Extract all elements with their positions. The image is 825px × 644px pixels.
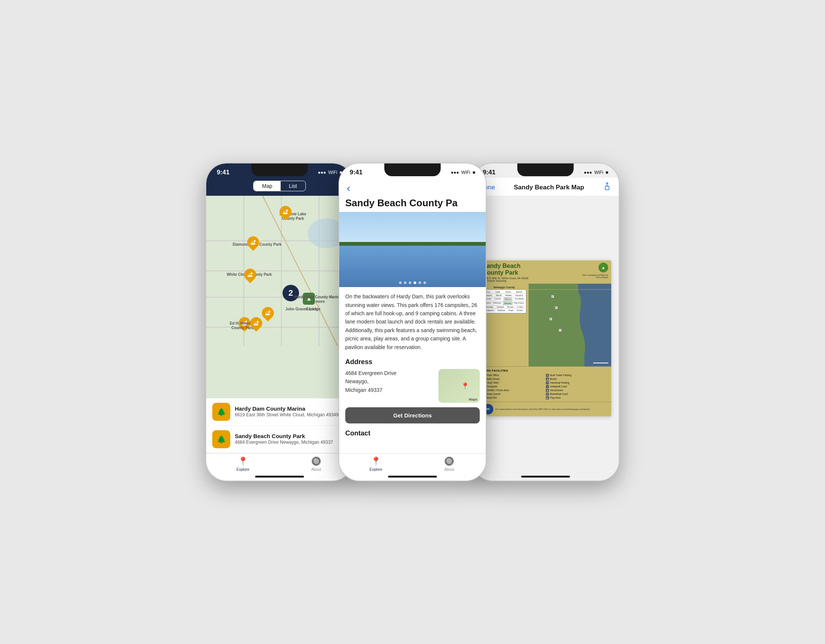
notch-3: [517, 164, 574, 176]
map-toggle-btn[interactable]: Map: [253, 181, 280, 191]
phone3-content: 9:41 ●●● WiFi ■ Done Sandy Beach Park Ma…: [472, 164, 619, 480]
tab-explore-2[interactable]: 📍 Explore: [339, 457, 412, 471]
tab-explore-1[interactable]: 📍 Explore: [206, 457, 280, 471]
directions-button[interactable]: Get Directions: [345, 407, 480, 423]
tab-about-2[interactable]: 🔘 About: [412, 457, 486, 471]
list-title-hardy: Hardy Dam County Marina: [235, 405, 347, 412]
pin-pettibone[interactable]: 🏕: [280, 206, 292, 218]
detail-description: On the backwaters of Hardy Dam, this par…: [345, 292, 480, 351]
wifi-icon-2: WiFi: [461, 170, 470, 175]
list-item-hardy[interactable]: 🌲 Hardy Dam County Marina 6619 East 36th…: [206, 398, 353, 426]
map-area[interactable]: Pettibone LakeCounty Park 🏕 Diamond Lake…: [206, 196, 353, 398]
facility-label-boat-launch: Boat Launch: [487, 393, 501, 395]
grid-row-6: BridgetonAshlandGrantEnsley: [484, 309, 525, 312]
facility-label-volleyball: Volleyball Court: [550, 385, 567, 388]
list-text-sandy: Sandy Beach County Park 4684 Evergreen D…: [235, 433, 347, 446]
list-toggle-btn[interactable]: List: [281, 181, 306, 191]
share-button[interactable]: [603, 182, 611, 193]
photo-sky: [339, 212, 486, 242]
list-subtitle-hardy: 6619 East 36th Street White Cloud, Michi…: [235, 412, 347, 418]
shore-svg: [528, 284, 611, 366]
map-label-hardy: Hardy Dam County Marina+1 more: [294, 295, 341, 304]
mini-map-label: Maps: [469, 397, 477, 401]
scale-bar: [593, 363, 608, 363]
phone1-content: 9:41 ●●● WiFi ■ Map List: [206, 164, 353, 480]
facility-icon-boat-trailer: B: [546, 374, 549, 377]
aerial-marker-1: P: [551, 295, 554, 298]
facility-label-bath-house: Bath House: [487, 378, 500, 380]
home-indicator-1: [255, 476, 304, 477]
list-item-sandy[interactable]: 🌲 Sandy Beach County Park 4684 Evergreen…: [206, 426, 353, 453]
facility-icon-handicap: H: [546, 381, 549, 385]
facility-boat-launch: B Boat Launch: [483, 393, 545, 395]
contact-section-title: Contact: [345, 429, 480, 437]
map-list-toggle[interactable]: Map List: [253, 181, 306, 191]
photo-area: [339, 212, 486, 287]
home-indicator-2: [388, 476, 437, 477]
facility-basketball: B Basketball Court: [546, 393, 608, 395]
address-line1: 4684 Evergreen Drive: [345, 369, 434, 377]
facility-bath-house: ■ Bath House: [483, 378, 545, 381]
list-text-hardy: Hardy Dam County Marina 6619 East 36th S…: [235, 405, 347, 418]
pin-lower1[interactable]: 🏕: [262, 307, 274, 319]
pin-lower2[interactable]: 🏕: [250, 317, 262, 329]
see-more-text: See Campground Map for more details: [578, 274, 608, 278]
park-address: 6926 E 30th St, White Cloud, MI 49349: [483, 277, 528, 280]
park-name-line1: Sandy Beach: [483, 263, 528, 269]
address-line3: Michigan 49337: [345, 386, 434, 394]
explore-icon: 📍: [238, 457, 248, 466]
facility-play-area: ▶ Play Area: [546, 396, 608, 399]
detail-scroll[interactable]: On the backwaters of Hardy Dam, this par…: [339, 287, 486, 453]
dot-2: [404, 281, 406, 284]
explore-label: Explore: [237, 467, 249, 471]
explore-label-2: Explore: [370, 467, 382, 471]
facility-icon-play-area: ▶: [546, 396, 549, 399]
facility-icon-basketball: B: [546, 393, 549, 395]
facility-park-office: P Park Office: [483, 374, 545, 377]
facilities-title: PARK FACILITIES: [483, 369, 608, 372]
county-grid: TroyLilleyHomeBarton BeaverMerrillMobile…: [482, 289, 526, 314]
map-footer: NC For reservations and information call…: [480, 402, 611, 416]
mini-map[interactable]: 📍 Maps: [439, 369, 480, 403]
about-icon: 🔘: [311, 457, 321, 466]
park-map-card: Sandy Beach County Park 6926 E 30th St, …: [480, 260, 611, 416]
explore-icon-2: 📍: [371, 457, 381, 466]
park-name-line2: County Park: [483, 269, 528, 276]
pin-whitecloud[interactable]: 🏕: [244, 269, 256, 281]
grid-row-3: DenverLincolnWilcoxGoodwell: [484, 298, 525, 301]
facilities-section: PARK FACILITIES P Park Office B Boat Tra…: [480, 366, 611, 402]
dot-1: [399, 281, 402, 284]
map-footer-text: For reservations and information call (2…: [496, 408, 590, 410]
park-map-top-bar: Sandy Beach County Park 6926 E 30th St, …: [480, 260, 611, 283]
grid-row-4: DaytonShermanEverettBig Prairie: [484, 302, 525, 306]
notch-1: [251, 164, 308, 176]
phone-1-frame: 9:41 ●●● WiFi ■ Map List: [206, 164, 353, 480]
map-header: Map List: [206, 178, 353, 196]
pin-diamond[interactable]: 🏕: [247, 236, 259, 249]
dot-3: [409, 281, 411, 284]
address-map-row: 4684 Evergreen Drive Newaygo, Michigan 4…: [345, 369, 480, 403]
park-logo-area: ▲ See Campground Map for more details: [578, 263, 608, 278]
status-icons-3: ●●● WiFi ■: [584, 170, 608, 175]
about-label: About: [311, 467, 321, 471]
battery-icon-3: ■: [606, 170, 608, 175]
phone-1: 9:41 ●●● WiFi ■ Map List: [206, 164, 353, 480]
aerial-marker-2: H: [555, 306, 558, 309]
map-label-croton: Croton: [306, 307, 318, 312]
facility-boat-trailer: B Boat Trailer Parking: [546, 374, 608, 377]
back-button[interactable]: ‹: [345, 181, 352, 196]
county-name: Newaygo County: [482, 286, 526, 289]
photo-dots: [399, 281, 426, 284]
photo-lake: [339, 242, 486, 287]
dot-4: [414, 281, 416, 284]
list-subtitle-sandy: 4684 Evergreen Drive Newaygo, Michigan 4…: [235, 439, 347, 446]
facility-volleyball: V Volleyball Court: [546, 385, 608, 388]
facility-label-dumpster: Dumpster: [487, 385, 497, 388]
address-section-title: Address: [345, 358, 480, 366]
about-label-2: About: [444, 467, 454, 471]
dot-6: [423, 281, 426, 284]
grid-row-2: BeaverMerrillMobileNorwich: [484, 294, 525, 297]
phone2-content: 9:41 ●●● WiFi ■ ‹ Sandy Beach County Pa: [339, 164, 486, 480]
share-icon: [603, 182, 611, 190]
wifi-icon: WiFi: [328, 170, 337, 175]
